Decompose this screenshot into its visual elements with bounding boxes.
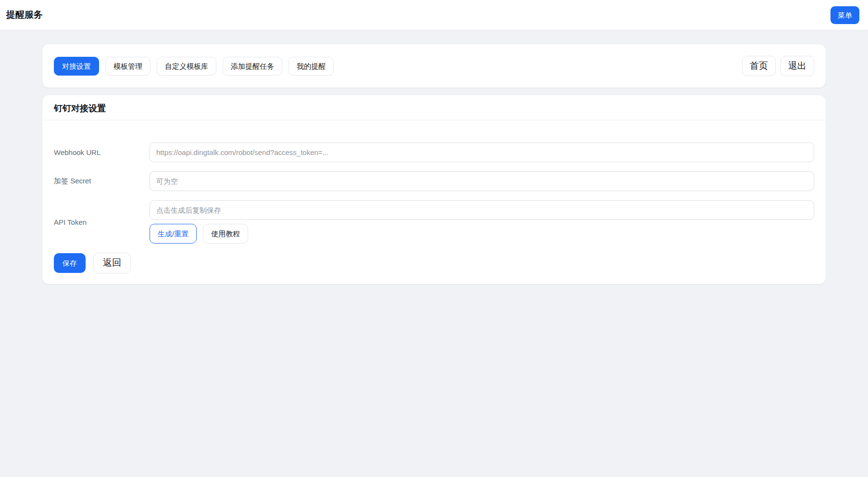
settings-card-header: 钉钉对接设置 xyxy=(42,95,826,120)
back-button[interactable]: 返回 xyxy=(93,253,131,273)
tab-custom-template-library[interactable]: 自定义模板库 xyxy=(157,57,216,76)
nav-card: 对接设置 模板管理 自定义模板库 添加提醒任务 我的提醒 首页 退出 xyxy=(42,44,826,88)
page-content: 对接设置 模板管理 自定义模板库 添加提醒任务 我的提醒 首页 退出 钉钉对接设… xyxy=(0,30,868,284)
app-title: 提醒服务 xyxy=(6,9,43,21)
tab-connection-settings[interactable]: 对接设置 xyxy=(54,57,99,76)
tab-add-reminder-task[interactable]: 添加提醒任务 xyxy=(223,57,282,76)
tab-my-reminders[interactable]: 我的提醒 xyxy=(289,57,334,76)
generate-reset-button[interactable]: 生成/重置 xyxy=(150,224,197,244)
api-token-row: API Token 生成/重置 使用教程 xyxy=(54,200,814,244)
nav-tabs: 对接设置 模板管理 自定义模板库 添加提醒任务 我的提醒 xyxy=(54,57,334,76)
sign-secret-label: 加签 Secret xyxy=(54,177,150,186)
sign-secret-row: 加签 Secret xyxy=(54,171,814,191)
webhook-url-input[interactable] xyxy=(150,142,814,162)
api-token-label: API Token xyxy=(54,218,150,226)
tab-template-management[interactable]: 模板管理 xyxy=(105,57,151,76)
settings-card-title: 钉钉对接设置 xyxy=(54,103,814,114)
home-button[interactable]: 首页 xyxy=(742,56,776,77)
tutorial-button[interactable]: 使用教程 xyxy=(203,224,248,244)
save-button[interactable]: 保存 xyxy=(54,253,86,273)
dingtalk-settings-card: 钉钉对接设置 Webhook URL 加签 Secret API Token xyxy=(42,95,826,284)
webhook-url-row: Webhook URL xyxy=(54,142,814,162)
nav-right-actions: 首页 退出 xyxy=(742,56,814,77)
webhook-url-label: Webhook URL xyxy=(54,148,150,156)
top-bar: 提醒服务 菜单 xyxy=(0,0,868,30)
api-token-input[interactable] xyxy=(150,200,814,220)
exit-button[interactable]: 退出 xyxy=(780,56,814,77)
form-footer: 保存 返回 xyxy=(54,253,814,273)
menu-button[interactable]: 菜单 xyxy=(830,6,859,24)
sign-secret-input[interactable] xyxy=(150,171,814,191)
settings-form: Webhook URL 加签 Secret API Token 生成/重置 使用… xyxy=(42,120,826,284)
